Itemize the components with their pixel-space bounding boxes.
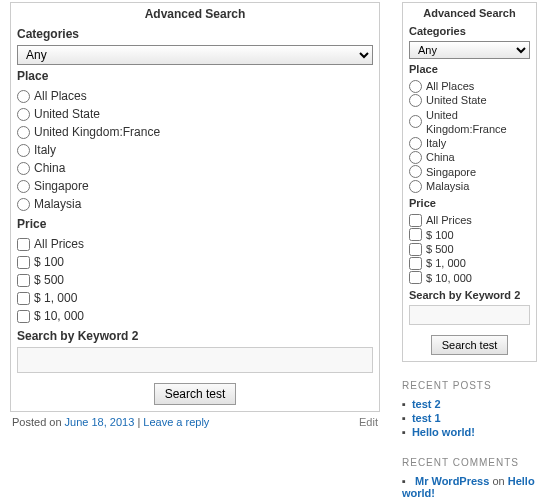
place-option-label: United Kingdom:France (34, 125, 160, 139)
commenter-link[interactable]: Mr WordPress (415, 475, 489, 487)
sidebar-price-checkbox[interactable] (409, 257, 422, 270)
sidebar-categories-label: Categories (403, 23, 536, 39)
sidebar-price-label: Price (403, 195, 536, 211)
sidebar-place-radio[interactable] (409, 165, 422, 178)
sidebar-keyword-input[interactable] (409, 305, 530, 325)
place-radio[interactable] (17, 162, 30, 175)
recent-post-link[interactable]: Hello world! (412, 426, 475, 438)
place-option-label: Malaysia (34, 197, 81, 211)
price-checkbox[interactable] (17, 292, 30, 305)
categories-select[interactable]: Any (17, 45, 373, 65)
place-radio[interactable] (17, 144, 30, 157)
sidebar-price-option-label: All Prices (426, 213, 472, 227)
place-option-label: All Places (34, 89, 87, 103)
sidebar-place-option-label: United State (426, 93, 487, 107)
sidebar-price-checkbox[interactable] (409, 271, 422, 284)
sidebar-price-checkbox[interactable] (409, 228, 422, 241)
sidebar-place-option-label: China (426, 150, 455, 164)
recent-posts-list: test 2 test 1 Hello world! (402, 397, 537, 439)
sidebar-place-option-label: All Places (426, 79, 474, 93)
price-checkbox[interactable] (17, 238, 30, 251)
sidebar-place-radio[interactable] (409, 94, 422, 107)
sidebar-keyword-label: Search by Keyword 2 (403, 287, 536, 303)
price-checkbox[interactable] (17, 310, 30, 323)
price-option-label: All Prices (34, 237, 84, 251)
place-options: All Places United State United Kingdom:F… (11, 85, 379, 215)
sidebar-price-option-label: $ 1, 000 (426, 256, 466, 270)
sidebar-place-radio[interactable] (409, 115, 422, 128)
place-radio[interactable] (17, 108, 30, 121)
posted-prefix: Posted on (12, 416, 65, 428)
sidebar-place-radio[interactable] (409, 180, 422, 193)
edit-link[interactable]: Edit (359, 416, 378, 428)
sidebar-price-option-label: $ 500 (426, 242, 454, 256)
categories-label: Categories (11, 25, 379, 43)
post-meta: Posted on June 18, 2013 | Leave a reply … (10, 412, 380, 432)
comment-on-text: on (489, 475, 507, 487)
sidebar-place-option-label: Italy (426, 136, 446, 150)
sidebar-place-option-label: Singapore (426, 165, 476, 179)
recent-post-link[interactable]: test 1 (412, 412, 441, 424)
sidebar-place-radio[interactable] (409, 137, 422, 150)
place-option-label: China (34, 161, 65, 175)
sidebar-price-option-label: $ 10, 000 (426, 271, 472, 285)
place-label: Place (11, 67, 379, 85)
place-radio[interactable] (17, 180, 30, 193)
sidebar-place-radio[interactable] (409, 151, 422, 164)
sidebar-search-title: Advanced Search (403, 3, 536, 23)
leave-reply-link[interactable]: Leave a reply (143, 416, 209, 428)
recent-comments-heading: RECENT COMMENTS (402, 457, 537, 468)
price-option-label: $ 100 (34, 255, 64, 269)
search-button[interactable]: Search test (154, 383, 237, 405)
sidebar-place-option-label: Malaysia (426, 179, 469, 193)
recent-comments-list: Mr WordPress on Hello world! (402, 474, 537, 500)
place-radio[interactable] (17, 126, 30, 139)
place-radio[interactable] (17, 90, 30, 103)
sidebar-price-option-label: $ 100 (426, 228, 454, 242)
sidebar-price-checkbox[interactable] (409, 214, 422, 227)
price-checkbox[interactable] (17, 274, 30, 287)
place-radio[interactable] (17, 198, 30, 211)
post-date-link[interactable]: June 18, 2013 (65, 416, 135, 428)
price-label: Price (11, 215, 379, 233)
sidebar-categories-select[interactable]: Any (409, 41, 530, 59)
recent-post-link[interactable]: test 2 (412, 398, 441, 410)
price-checkbox[interactable] (17, 256, 30, 269)
sidebar-place-label: Place (403, 61, 536, 77)
recent-posts-heading: RECENT POSTS (402, 380, 537, 391)
price-option-label: $ 1, 000 (34, 291, 77, 305)
place-option-label: United State (34, 107, 100, 121)
keyword-input[interactable] (17, 347, 373, 373)
place-option-label: Italy (34, 143, 56, 157)
search-title: Advanced Search (11, 3, 379, 25)
sidebar-place-option-label: United Kingdom:France (426, 108, 530, 137)
sidebar-place-radio[interactable] (409, 80, 422, 93)
keyword-label: Search by Keyword 2 (11, 327, 379, 345)
sidebar-price-checkbox[interactable] (409, 243, 422, 256)
sidebar-search-button[interactable]: Search test (431, 335, 509, 355)
advanced-search-box: Advanced Search Categories Any Place All… (10, 2, 380, 412)
sidebar-advanced-search-box: Advanced Search Categories Any Place All… (402, 2, 537, 362)
price-options: All Prices $ 100 $ 500 $ 1, 000 $ 10, 00… (11, 233, 379, 327)
price-option-label: $ 500 (34, 273, 64, 287)
price-option-label: $ 10, 000 (34, 309, 84, 323)
place-option-label: Singapore (34, 179, 89, 193)
